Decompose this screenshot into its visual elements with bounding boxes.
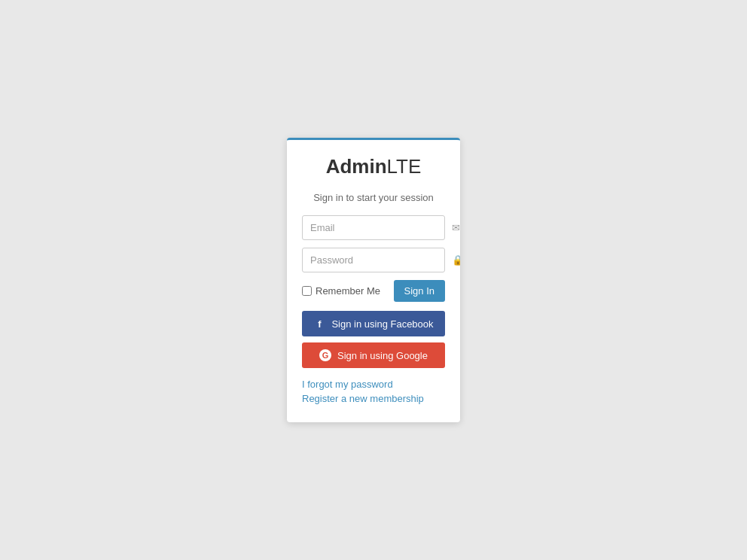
brand-light: LTE <box>387 155 422 178</box>
register-link[interactable]: Register a new membership <box>302 393 445 404</box>
brand-logo: AdminLTE <box>302 155 445 178</box>
email-icon: ✉ <box>444 216 460 239</box>
links-section: I forgot my password Register a new memb… <box>302 379 445 404</box>
login-card: AdminLTE Sign in to start your session ✉… <box>287 138 460 422</box>
remember-row: Remember Me Sign In <box>302 280 445 302</box>
password-field[interactable] <box>303 248 444 272</box>
facebook-signin-button[interactable]: f Sign in using Facebook <box>302 311 445 336</box>
remember-me-checkbox[interactable] <box>302 286 312 296</box>
facebook-icon: f <box>313 318 325 330</box>
google-button-label: Sign in using Google <box>337 350 428 361</box>
email-field[interactable] <box>303 216 444 239</box>
forgot-password-link[interactable]: I forgot my password <box>302 379 445 390</box>
brand-bold: Admin <box>326 155 387 178</box>
remember-me-label[interactable]: Remember Me <box>302 285 380 297</box>
google-icon: G <box>319 349 331 361</box>
card-body: AdminLTE Sign in to start your session ✉… <box>287 140 460 422</box>
remember-me-text: Remember Me <box>316 285 380 297</box>
email-input-group: ✉ <box>302 215 445 240</box>
sign-in-button[interactable]: Sign In <box>394 280 445 302</box>
password-input-group: 🔒 <box>302 248 445 272</box>
lock-icon: 🔒 <box>444 248 460 272</box>
facebook-button-label: Sign in using Facebook <box>331 318 433 330</box>
login-subtitle: Sign in to start your session <box>302 192 445 203</box>
google-signin-button[interactable]: G Sign in using Google <box>302 342 445 368</box>
